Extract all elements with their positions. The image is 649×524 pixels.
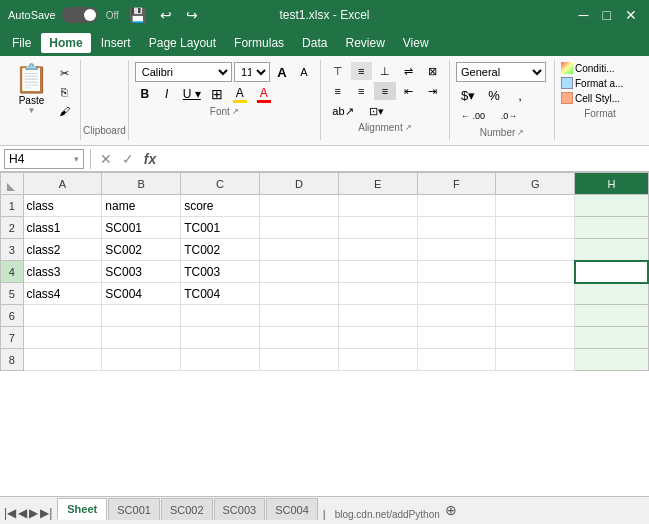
cell-C8[interactable] bbox=[181, 349, 260, 371]
decrease-indent-button[interactable]: ⇤ bbox=[398, 82, 420, 100]
row-header-7[interactable]: 7 bbox=[1, 327, 24, 349]
menu-file[interactable]: File bbox=[4, 33, 39, 53]
col-header-a[interactable]: A bbox=[23, 173, 102, 195]
cell-F3[interactable] bbox=[417, 239, 496, 261]
cell-C2[interactable]: TC001 bbox=[181, 217, 260, 239]
row-header-5[interactable]: 5 bbox=[1, 283, 24, 305]
cell-B1[interactable]: name bbox=[102, 195, 181, 217]
currency-button[interactable]: $▾ bbox=[456, 85, 480, 105]
cell-E3[interactable] bbox=[338, 239, 417, 261]
italic-button[interactable]: I bbox=[157, 84, 177, 104]
cell-A3[interactable]: class2 bbox=[23, 239, 102, 261]
bold-button[interactable]: B bbox=[135, 84, 155, 104]
cell-G2[interactable] bbox=[496, 217, 575, 239]
cell-H4[interactable] bbox=[575, 261, 648, 283]
tab-sc002[interactable]: SC002 bbox=[161, 498, 213, 520]
col-header-b[interactable]: B bbox=[102, 173, 181, 195]
number-format-select[interactable]: General bbox=[456, 62, 546, 82]
alignment-expand-icon[interactable]: ↗ bbox=[405, 123, 412, 132]
format-painter-button[interactable]: 🖌 bbox=[53, 102, 75, 120]
undo-icon[interactable]: ↩ bbox=[156, 5, 176, 25]
close-icon[interactable]: ✕ bbox=[621, 5, 641, 25]
cell-D8[interactable] bbox=[259, 349, 338, 371]
row-header-1[interactable]: 1 bbox=[1, 195, 24, 217]
align-center-button[interactable]: ≡ bbox=[351, 82, 373, 100]
comma-button[interactable]: , bbox=[508, 85, 532, 105]
formula-input[interactable] bbox=[163, 149, 645, 169]
font-expand-icon[interactable]: ↗ bbox=[232, 107, 239, 116]
underline-button[interactable]: U ▾ bbox=[179, 84, 205, 104]
copy-button[interactable]: ⎘ bbox=[53, 83, 75, 101]
row-header-6[interactable]: 6 bbox=[1, 305, 24, 327]
cell-D5[interactable] bbox=[259, 283, 338, 305]
cell-G8[interactable] bbox=[496, 349, 575, 371]
cell-C4[interactable]: TC003 bbox=[181, 261, 260, 283]
cell-A8[interactable] bbox=[23, 349, 102, 371]
cell-D3[interactable] bbox=[259, 239, 338, 261]
cell-F6[interactable] bbox=[417, 305, 496, 327]
cell-F1[interactable] bbox=[417, 195, 496, 217]
cell-H7[interactable] bbox=[575, 327, 648, 349]
menu-review[interactable]: Review bbox=[337, 33, 392, 53]
row-header-4[interactable]: 4 bbox=[1, 261, 24, 283]
cell-A7[interactable] bbox=[23, 327, 102, 349]
tab-nav-first[interactable]: |◀ bbox=[4, 506, 16, 520]
increase-decimal-button[interactable]: ← .00 bbox=[456, 107, 490, 125]
cancel-formula-icon[interactable]: ✕ bbox=[97, 151, 115, 167]
wrap-text-button[interactable]: ⇌ bbox=[398, 62, 420, 80]
cell-E5[interactable] bbox=[338, 283, 417, 305]
cell-B6[interactable] bbox=[102, 305, 181, 327]
autosave-toggle[interactable] bbox=[62, 7, 98, 23]
cell-A4[interactable]: class3 bbox=[23, 261, 102, 283]
col-header-e[interactable]: E bbox=[338, 173, 417, 195]
minimize-icon[interactable]: ─ bbox=[575, 5, 593, 25]
add-sheet-button[interactable]: ⊕ bbox=[441, 500, 461, 520]
cell-D7[interactable] bbox=[259, 327, 338, 349]
increase-font-button[interactable]: A bbox=[272, 62, 292, 82]
row-header-8[interactable]: 8 bbox=[1, 349, 24, 371]
font-name-select[interactable]: Calibri bbox=[135, 62, 232, 82]
tab-nav-last[interactable]: ▶| bbox=[40, 506, 52, 520]
percent-button[interactable]: % bbox=[482, 85, 506, 105]
tab-sheet[interactable]: Sheet bbox=[57, 498, 107, 520]
cell-C7[interactable] bbox=[181, 327, 260, 349]
cell-D2[interactable] bbox=[259, 217, 338, 239]
col-header-c[interactable]: C bbox=[181, 173, 260, 195]
tab-nav-next[interactable]: ▶ bbox=[29, 506, 38, 520]
cell-G6[interactable] bbox=[496, 305, 575, 327]
cell-E6[interactable] bbox=[338, 305, 417, 327]
align-top-button[interactable]: ⊤ bbox=[327, 62, 349, 80]
align-right-button[interactable]: ≡ bbox=[374, 82, 396, 100]
tab-sc003[interactable]: SC003 bbox=[214, 498, 266, 520]
cell-styles-button[interactable]: Cell Styl... bbox=[561, 92, 639, 104]
cell-G5[interactable] bbox=[496, 283, 575, 305]
tab-ellipsis[interactable]: | bbox=[319, 508, 330, 520]
save-icon[interactable]: 💾 bbox=[125, 5, 150, 25]
cell-G7[interactable] bbox=[496, 327, 575, 349]
cell-reference-box[interactable]: H4 ▾ bbox=[4, 149, 84, 169]
col-header-h[interactable]: H bbox=[575, 173, 648, 195]
font-color-button[interactable]: A bbox=[253, 84, 275, 104]
cell-A6[interactable] bbox=[23, 305, 102, 327]
cell-G4[interactable] bbox=[496, 261, 575, 283]
cell-B8[interactable] bbox=[102, 349, 181, 371]
fill-color-button[interactable]: A bbox=[229, 84, 251, 104]
cell-G3[interactable] bbox=[496, 239, 575, 261]
cell-H1[interactable] bbox=[575, 195, 648, 217]
cell-H5[interactable] bbox=[575, 283, 648, 305]
merge-button[interactable]: ⊠ bbox=[421, 62, 443, 80]
cell-B2[interactable]: SC001 bbox=[102, 217, 181, 239]
confirm-formula-icon[interactable]: ✓ bbox=[119, 151, 137, 167]
cell-B4[interactable]: SC003 bbox=[102, 261, 181, 283]
menu-view[interactable]: View bbox=[395, 33, 437, 53]
tab-sc004[interactable]: SC004 bbox=[266, 498, 318, 520]
paste-button[interactable]: 📋 Paste ▼ bbox=[10, 62, 53, 117]
decrease-font-button[interactable]: A bbox=[294, 62, 314, 82]
font-size-select[interactable]: 11 bbox=[234, 62, 270, 82]
redo-icon[interactable]: ↪ bbox=[182, 5, 202, 25]
col-header-d[interactable]: D bbox=[259, 173, 338, 195]
menu-formulas[interactable]: Formulas bbox=[226, 33, 292, 53]
cell-D1[interactable] bbox=[259, 195, 338, 217]
col-header-f[interactable]: F bbox=[417, 173, 496, 195]
border-button[interactable]: ⊞ bbox=[207, 84, 227, 104]
